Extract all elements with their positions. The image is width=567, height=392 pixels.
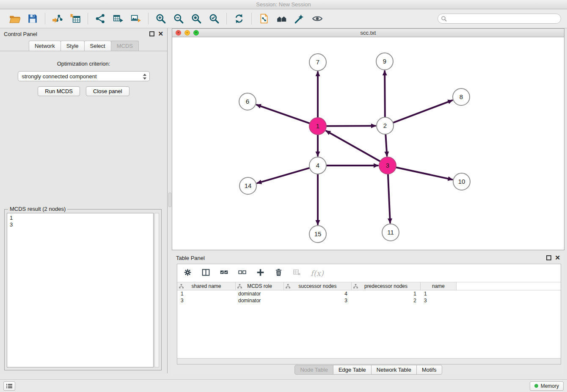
- tab-edge-table[interactable]: Edge Table: [333, 365, 372, 375]
- column-header-mcds-role[interactable]: MCDS role: [236, 282, 284, 290]
- select-all-button[interactable]: [220, 268, 228, 278]
- toolbar-separator: [45, 13, 45, 25]
- tab-motifs[interactable]: Motifs: [416, 365, 442, 375]
- save-session-button[interactable]: [24, 11, 41, 27]
- panel-splitter-handle[interactable]: [168, 193, 171, 207]
- show-panels-button[interactable]: [3, 381, 15, 391]
- graph-node-11[interactable]: 11: [382, 224, 399, 241]
- zoom-in-button[interactable]: [152, 11, 170, 27]
- maximize-window-button[interactable]: +: [193, 30, 199, 36]
- graph-node-8[interactable]: 8: [453, 88, 470, 105]
- list-icon: [6, 384, 12, 389]
- import-table-button[interactable]: [66, 11, 84, 27]
- table-cell: 3: [177, 298, 236, 304]
- graphics-details-button[interactable]: [308, 11, 326, 27]
- horizontal-scrollbar[interactable]: [177, 358, 561, 364]
- memory-status-dot: [534, 384, 538, 388]
- tab-style[interactable]: Style: [61, 41, 85, 51]
- table-row[interactable]: 1dominator411: [177, 290, 561, 297]
- graph-edge-3-10[interactable]: [396, 167, 452, 179]
- graph-edge-1-6[interactable]: [257, 105, 309, 123]
- export-table-button[interactable]: [109, 11, 127, 27]
- tab-node-table[interactable]: Node Table: [295, 365, 333, 375]
- float-table-panel-icon[interactable]: [546, 255, 551, 260]
- run-mcds-button[interactable]: Run MCDS: [38, 86, 80, 96]
- svg-text:14: 14: [245, 182, 252, 189]
- style-wand-button[interactable]: [291, 11, 308, 27]
- graph-node-14[interactable]: 14: [239, 177, 256, 194]
- chevron-updown-icon: [142, 73, 148, 82]
- graph-edge-4-14[interactable]: [257, 168, 309, 183]
- graph-node-7[interactable]: 7: [309, 54, 326, 71]
- image-export-icon: [130, 13, 141, 24]
- split-panel-button[interactable]: [201, 268, 210, 278]
- refresh-layout-button[interactable]: [230, 11, 248, 27]
- zoom-selected-button[interactable]: [205, 11, 223, 27]
- svg-text:3: 3: [386, 162, 389, 169]
- delete-table-button[interactable]: [292, 268, 301, 278]
- svg-text:8: 8: [460, 93, 463, 100]
- result-scrollbar[interactable]: [154, 213, 159, 367]
- memory-button[interactable]: Memory: [530, 381, 564, 391]
- delete-table-icon: [292, 268, 301, 277]
- tab-mcds[interactable]: MCDS: [111, 41, 139, 51]
- graph-edge-2-3[interactable]: [385, 135, 387, 156]
- create-column-button[interactable]: [256, 268, 265, 278]
- graph-node-2[interactable]: 2: [377, 117, 394, 134]
- graph-node-4[interactable]: 4: [309, 157, 326, 174]
- graph-edge-2-8[interactable]: [394, 100, 452, 122]
- network-window-titlebar[interactable]: × − + scc.txt: [172, 29, 564, 37]
- column-header-successor-nodes[interactable]: successor nodes: [284, 282, 352, 290]
- export-image-button[interactable]: [127, 11, 145, 27]
- open-session-button[interactable]: [6, 11, 24, 27]
- graph-edge-3-11[interactable]: [388, 174, 390, 223]
- column-header-shared-name[interactable]: shared name: [177, 282, 236, 290]
- graph-node-15[interactable]: 15: [309, 226, 326, 243]
- svg-text:11: 11: [387, 229, 394, 236]
- table-row[interactable]: 3dominator323: [177, 297, 561, 304]
- close-panel-button[interactable]: Close panel: [86, 86, 129, 96]
- delete-column-button[interactable]: [274, 268, 283, 278]
- column-header-name[interactable]: name: [421, 282, 457, 290]
- mcds-result-list[interactable]: 13: [7, 213, 154, 367]
- import-network-icon: [52, 13, 63, 24]
- graph-edge-1-2[interactable]: [327, 126, 375, 126]
- tab-network-table[interactable]: Network Table: [371, 365, 417, 375]
- function-builder-button[interactable]: f(x): [311, 269, 324, 278]
- table-cell: 3: [284, 298, 352, 304]
- graph-node-6[interactable]: 6: [239, 93, 256, 110]
- optimization-criterion-dropdown[interactable]: strongly connected component: [18, 71, 150, 81]
- search-input[interactable]: [438, 14, 561, 24]
- graph-edge-3-1[interactable]: [326, 131, 380, 161]
- graph-node-10[interactable]: 10: [453, 173, 470, 190]
- column-header-predecessor-nodes[interactable]: predecessor nodes: [352, 282, 421, 290]
- window-titlebar[interactable]: Session: New Session: [0, 0, 567, 9]
- svg-text:2: 2: [383, 122, 387, 129]
- tab-network[interactable]: Network: [29, 41, 61, 51]
- graph-node-9[interactable]: 9: [376, 53, 393, 70]
- float-panel-icon[interactable]: [149, 31, 154, 36]
- graph-node-1[interactable]: 1: [309, 118, 326, 135]
- minimize-window-button[interactable]: −: [184, 30, 190, 36]
- close-panel-icon[interactable]: ✕: [158, 31, 163, 36]
- svg-text:15: 15: [314, 230, 322, 237]
- graph-node-3[interactable]: 3: [379, 157, 396, 174]
- network-document-button[interactable]: [255, 11, 273, 27]
- table-cell: 3: [421, 298, 457, 304]
- close-window-button[interactable]: ×: [176, 30, 181, 36]
- zoom-out-button[interactable]: [170, 11, 187, 27]
- table-options-button[interactable]: [183, 268, 192, 278]
- zoom-fit-icon: [191, 13, 202, 24]
- network-canvas[interactable]: 7968124314101511: [172, 37, 564, 250]
- tab-select[interactable]: Select: [84, 41, 111, 51]
- table-panel: Table Panel ✕: [172, 253, 564, 375]
- graph-edge-2-9[interactable]: [385, 71, 385, 117]
- zoom-fit-button[interactable]: [187, 11, 205, 27]
- home-button[interactable]: [273, 11, 291, 27]
- toolbar-separator: [88, 13, 88, 25]
- mcds-result-title: MCDS result (2 nodes): [8, 206, 67, 212]
- deselect-all-button[interactable]: [238, 268, 247, 278]
- close-table-panel-icon[interactable]: ✕: [555, 255, 560, 260]
- import-network-button[interactable]: [49, 11, 66, 27]
- new-network-button[interactable]: [91, 11, 109, 27]
